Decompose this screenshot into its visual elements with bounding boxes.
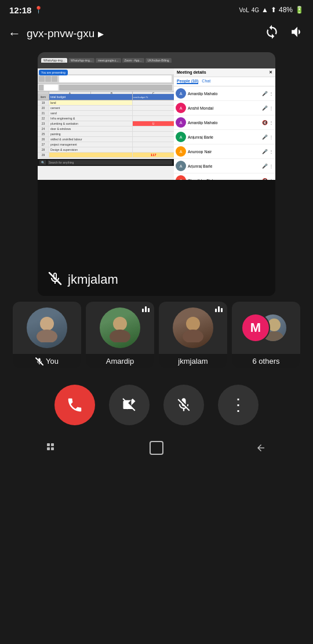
participants-row: You Amardip — [0, 296, 313, 374]
participant-tile-you: You — [13, 302, 81, 368]
location-icon: 📍 — [34, 6, 43, 14]
nav-home-icon[interactable] — [145, 436, 168, 460]
you-avatar-area — [13, 302, 81, 354]
participant-item: A Amardip Mahato 🎤⋮ — [174, 86, 275, 101]
tab-5: UK/Indian-Billing — [145, 58, 172, 63]
header: ← gvx-pnvw-gxu ▶ — [0, 19, 313, 49]
nav-back-icon[interactable] — [249, 436, 272, 460]
participant-item: A Anuroop Nair 🎤⋮ — [174, 144, 275, 159]
lower-video-area: jkmjalam — [38, 180, 275, 296]
end-call-icon — [66, 396, 83, 414]
svg-line-3 — [36, 358, 43, 365]
svg-point-6 — [186, 317, 200, 331]
wifi-icon: ⬆ — [271, 6, 276, 14]
toggle-mic-button[interactable] — [163, 385, 204, 425]
browser-chrome: WhatsApp-img... WhatsApp-img... meet.goo… — [38, 52, 275, 68]
tab-4: Zoom - App... — [122, 58, 144, 63]
svg-rect-12 — [47, 447, 50, 450]
expand-icon[interactable]: ▶ — [98, 30, 104, 38]
end-call-button[interactable] — [54, 385, 95, 425]
status-icons: VoL 4G ▲ ⬆ 48% 🔋 — [239, 6, 304, 14]
browser-tabs: WhatsApp-img... WhatsApp-img... meet.goo… — [41, 58, 172, 63]
participant-item: A Anshil Mondal 🎤⋮ — [174, 101, 275, 115]
current-speaker-name: jkmjalam — [68, 272, 118, 287]
signal-icon: ▲ — [261, 6, 268, 14]
you-label-bar: You — [13, 354, 81, 368]
toggle-video-button[interactable] — [109, 385, 150, 425]
mic-muted-indicator — [48, 272, 62, 288]
you-name-label: You — [46, 357, 59, 366]
meeting-id-text: gvx-pnvw-gxu — [27, 27, 94, 40]
svg-point-1 — [40, 317, 54, 331]
svg-point-2 — [37, 330, 57, 342]
main-video-container: WhatsApp-img... WhatsApp-img... meet.goo… — [38, 52, 275, 296]
video-off-icon — [121, 397, 137, 413]
amardip-name-label: Amardip — [106, 357, 134, 366]
network-type: VoL — [239, 7, 249, 13]
status-time: 12:18 — [9, 5, 31, 15]
participants-list: A Amardip Mahato 🎤⋮ A Anshil Mondal 🎤⋮ A… — [174, 86, 275, 186]
others-avatar-area: M — [232, 302, 300, 354]
more-options-icon: ⋮ — [230, 397, 247, 413]
participant-item: A Arjunraj Barle 🎤⋮ — [174, 159, 275, 173]
tab-2: WhatsApp-img... — [68, 58, 94, 63]
speaker-info: jkmjalam — [48, 272, 118, 288]
svg-rect-11 — [51, 443, 54, 446]
network-4g: 4G — [252, 7, 259, 13]
svg-rect-10 — [47, 443, 50, 446]
you-mic-icon — [35, 357, 43, 366]
participant-tile-others: M 6 others — [232, 302, 300, 368]
participant-tile-jkmjalam: jkmjalam — [159, 302, 227, 368]
amardip-avatar-area — [86, 302, 154, 354]
meeting-id-container: gvx-pnvw-gxu ▶ — [27, 27, 264, 40]
participant-tile-amardip: Amardip — [86, 302, 154, 368]
svg-point-7 — [183, 330, 203, 342]
header-icons — [264, 24, 305, 43]
battery-icon: 🔋 — [295, 6, 304, 14]
rotate-camera-icon[interactable] — [264, 24, 279, 43]
panel-tabs: People (10) Chat — [174, 77, 275, 86]
svg-line-0 — [49, 273, 61, 284]
volume-icon[interactable] — [290, 24, 305, 43]
meeting-panel-header: Meeting details ✕ — [174, 68, 275, 77]
tab-chat[interactable]: Chat — [202, 79, 210, 84]
back-button[interactable]: ← — [8, 26, 21, 41]
jkmjalam-avatar-area — [159, 302, 227, 354]
more-options-button[interactable]: ⋮ — [218, 385, 259, 425]
active-tab: WhatsApp-img... — [41, 58, 67, 63]
others-name-label: 6 others — [253, 357, 280, 366]
svg-point-4 — [113, 317, 127, 331]
action-buttons: ⋮ — [0, 374, 313, 435]
nav-recents-icon[interactable] — [41, 436, 64, 460]
status-bar: 12:18 📍 VoL 4G ▲ ⬆ 48% 🔋 — [0, 0, 313, 19]
close-panel-button[interactable]: ✕ — [269, 70, 272, 75]
mic-off-icon — [176, 397, 192, 413]
participant-item: A Anjunraj Barle 🎤⋮ — [174, 130, 275, 144]
participant-item: A Amardip Mahato 🔇⋮ — [174, 115, 275, 130]
jkmjalam-label-bar: jkmjalam — [159, 354, 227, 368]
others-label-bar: 6 others — [232, 354, 300, 368]
tab-3: meet.google.c... — [96, 58, 121, 63]
nav-bar — [0, 435, 313, 465]
amardip-label-bar: Amardip — [86, 354, 154, 368]
battery-level: 48% — [279, 6, 293, 14]
svg-rect-13 — [51, 447, 54, 450]
jkmjalam-name-label: jkmjalam — [178, 357, 208, 366]
svg-point-5 — [110, 330, 130, 342]
tab-people[interactable]: People (10) — [177, 79, 198, 84]
presenting-badge: You are presenting — [39, 70, 68, 75]
